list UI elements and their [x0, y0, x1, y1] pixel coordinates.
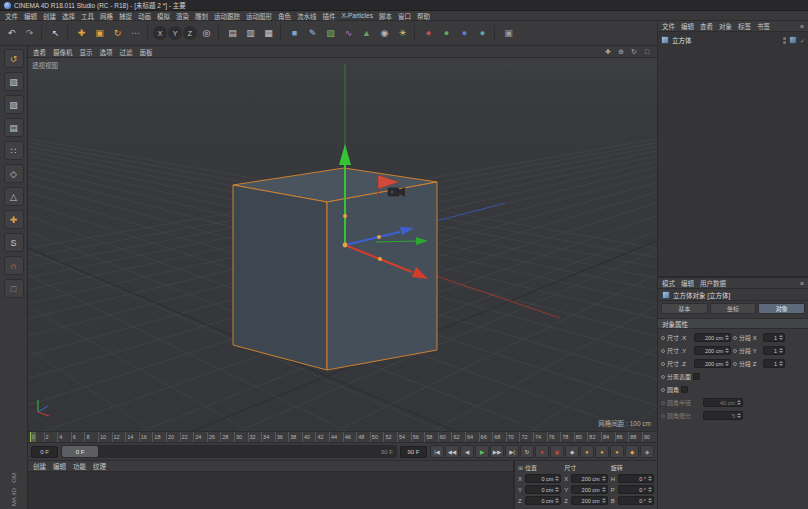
goto-start-button[interactable]: |◀	[430, 445, 444, 458]
object-manager-menu-item[interactable]: 文件	[662, 21, 675, 31]
gizmo-center-handle[interactable]	[343, 243, 348, 248]
current-frame-marker[interactable]	[30, 432, 36, 442]
render-view-icon[interactable]: ▤	[224, 25, 241, 42]
field-spinner[interactable]	[724, 359, 730, 368]
menu-item[interactable]: 运动跟踪	[214, 11, 240, 21]
dock-vertical-label[interactable]: OM	[11, 473, 17, 483]
keyframe-selection-button[interactable]: ◆	[565, 445, 579, 458]
viewport-solo-icon[interactable]: S	[4, 233, 24, 252]
xp-blue-icon[interactable]: ●	[456, 25, 473, 42]
menu-item[interactable]: 编辑	[24, 11, 37, 21]
menu-item[interactable]: 动画	[138, 11, 151, 21]
field-spinner[interactable]	[778, 346, 784, 355]
material-list-area[interactable]	[28, 472, 513, 509]
menu-item[interactable]: 脚本	[379, 11, 392, 21]
convert-editable-icon[interactable]: ↺	[4, 49, 24, 68]
timeline-ruler[interactable]: 0246810121416182022242628303234363840424…	[28, 431, 657, 443]
z-handle-dot[interactable]	[377, 235, 381, 239]
menu-item[interactable]: 雕刻	[195, 11, 208, 21]
viewport-menu-item[interactable]: 摄像机	[53, 47, 73, 57]
field-spinner[interactable]	[647, 496, 653, 505]
redo-icon[interactable]: ↷	[21, 25, 38, 42]
end-frame-field[interactable]: 90 F	[400, 446, 427, 458]
segments-field[interactable]: 1	[763, 346, 785, 355]
segments-field[interactable]: 1	[763, 359, 785, 368]
menu-item[interactable]: 网格	[100, 11, 113, 21]
menu-item[interactable]: 捕捉	[119, 11, 132, 21]
fillet-checkbox[interactable]	[681, 386, 688, 393]
visibility-dots[interactable]	[783, 37, 786, 44]
size-field[interactable]: 200 cm	[694, 359, 731, 368]
field-spinner[interactable]	[601, 496, 607, 505]
object-manager-menu-item[interactable]: 编辑	[681, 21, 694, 31]
material-menu-item[interactable]: 创建	[33, 461, 46, 471]
viewport-canvas[interactable]	[28, 58, 657, 431]
menu-item[interactable]: 文件	[5, 11, 18, 21]
add-cube-icon[interactable]: ■	[286, 25, 303, 42]
coordinate-field[interactable]: 0 cm	[525, 485, 561, 494]
field-spinner[interactable]	[724, 346, 730, 355]
add-light-icon[interactable]: ☀	[394, 25, 411, 42]
keyframe-dot[interactable]	[661, 349, 665, 353]
record-keyframe-button[interactable]: ●	[535, 445, 549, 458]
add-camera-icon[interactable]: ◉	[376, 25, 393, 42]
menu-item[interactable]: 渲染	[176, 11, 189, 21]
field-spinner[interactable]	[601, 485, 607, 494]
y-handle-dot[interactable]	[343, 214, 347, 218]
menu-item[interactable]: 插件	[323, 11, 336, 21]
field-spinner[interactable]	[554, 485, 560, 494]
coordinate-field[interactable]: 0 °	[618, 485, 654, 494]
prev-key-button[interactable]: ◀◀	[445, 445, 459, 458]
keyframe-dot[interactable]	[733, 336, 737, 340]
move-tool-icon[interactable]: ✚	[73, 25, 90, 42]
next-frame-button[interactable]: ▶▶	[490, 445, 504, 458]
lock-workplane-icon[interactable]: □	[4, 279, 24, 298]
viewport-menu-item[interactable]: 查看	[33, 47, 46, 57]
coordinate-field[interactable]: 200 cm	[571, 496, 607, 505]
coord-system-icon[interactable]: ◎	[198, 25, 215, 42]
loop-mode-button[interactable]: ↻	[520, 445, 534, 458]
attribute-tab[interactable]: 基本	[661, 303, 708, 314]
size-field[interactable]: 200 cm	[694, 333, 731, 342]
x-handle-dot[interactable]	[378, 257, 382, 261]
viewport-canvas-area[interactable]: 透视视图 网格间距 : 100 cm	[28, 58, 657, 431]
keyframe-dot[interactable]	[661, 336, 665, 340]
coordinate-field[interactable]: 200 cm	[571, 485, 607, 494]
attribute-manager-menu-item[interactable]: 用户数据	[700, 278, 726, 288]
xp-red-icon[interactable]: ●	[420, 25, 437, 42]
object-manager-menu-item[interactable]: 对象	[719, 21, 732, 31]
frame-slider[interactable]: 0 F 90 F	[61, 445, 397, 458]
viewport-menu-item[interactable]: 显示	[80, 47, 93, 57]
play-forward-button[interactable]: ▶	[475, 445, 489, 458]
field-spinner[interactable]	[601, 474, 607, 483]
workplane-mode-icon[interactable]: ▤	[4, 118, 24, 137]
menu-item[interactable]: X-Particles	[342, 12, 373, 19]
lock-x-button[interactable]: X	[153, 26, 167, 40]
xp-teal-icon[interactable]: ●	[474, 25, 491, 42]
rotate-view-icon[interactable]: ↻	[629, 48, 639, 56]
select-tool-icon[interactable]: ↖	[47, 25, 64, 42]
pan-view-icon[interactable]: ✚	[603, 48, 613, 56]
size-field[interactable]: 200 cm	[694, 346, 731, 355]
am-options-icon[interactable]: ≡	[800, 280, 804, 287]
snap-icon[interactable]: ∩	[4, 256, 24, 275]
field-spinner[interactable]	[724, 333, 730, 342]
attribute-tab[interactable]: 对象	[758, 303, 805, 314]
menu-item[interactable]: 角色	[278, 11, 291, 21]
coord-mode-icon[interactable]: ⊞	[518, 464, 523, 471]
capture-camera-icon[interactable]: ▣	[500, 25, 517, 42]
coordinate-field[interactable]: 0 cm	[525, 496, 561, 505]
rotate-tool-icon[interactable]: ↻	[109, 25, 126, 42]
menu-item[interactable]: 帮助	[417, 11, 430, 21]
object-row-cube[interactable]: 立方体 ✓	[661, 34, 805, 46]
field-spinner[interactable]	[778, 333, 784, 342]
add-spline-icon[interactable]: ✎	[304, 25, 321, 42]
polygons-mode-icon[interactable]: △	[4, 187, 24, 206]
maximize-view-icon[interactable]: □	[642, 48, 652, 56]
goto-end-button[interactable]: ▶|	[505, 445, 519, 458]
coordinate-field[interactable]: 0 cm	[525, 474, 561, 483]
autokey-button[interactable]: ◉	[550, 445, 564, 458]
material-menu-item[interactable]: 纹理	[93, 461, 106, 471]
render-picture-icon[interactable]: ▥	[242, 25, 259, 42]
y-axis-arrow[interactable]	[339, 144, 351, 165]
